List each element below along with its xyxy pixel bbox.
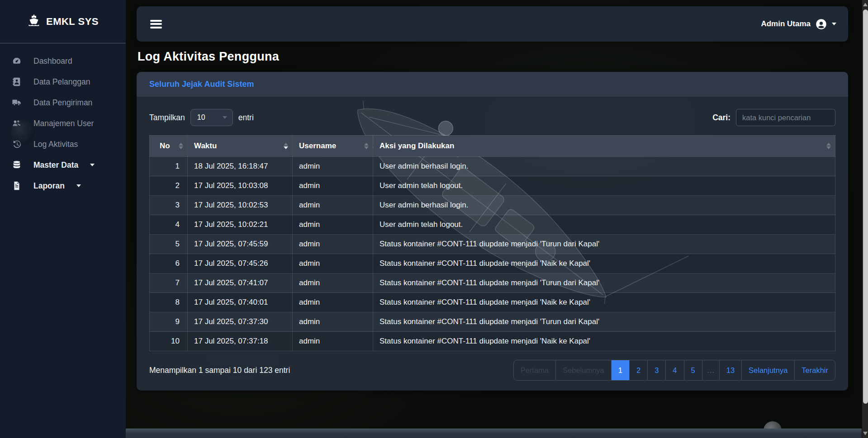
card-header: Seluruh Jejak Audit Sistem xyxy=(137,72,848,97)
search-label: Cari: xyxy=(712,113,730,122)
cell-username: admin xyxy=(293,312,373,332)
ship-icon xyxy=(27,14,41,30)
cell-no: 10 xyxy=(150,332,188,351)
sidebar-toggle-button[interactable] xyxy=(148,15,164,33)
table-row: 118 Jul 2025, 16:18:47adminUser admin be… xyxy=(150,157,835,176)
chevron-down-icon xyxy=(832,23,836,25)
cell-waktu: 17 Jul 2025, 07:45:59 xyxy=(188,235,293,254)
cell-aksi: User admin berhasil login. xyxy=(373,157,835,176)
pagination-13[interactable]: 13 xyxy=(719,360,741,380)
scroll-down-arrow-icon[interactable] xyxy=(863,432,868,435)
sidebar-item-master-data[interactable]: Master Data xyxy=(0,155,126,175)
page-length-select[interactable]: 10 xyxy=(190,109,233,126)
cell-waktu: 17 Jul 2025, 07:45:26 xyxy=(188,254,293,273)
table-row: 317 Jul 2025, 10:02:53adminUser admin be… xyxy=(150,196,835,215)
cell-username: admin xyxy=(293,235,373,254)
cell-aksi: User admin telah logout. xyxy=(373,176,835,196)
table-row: 217 Jul 2025, 10:03:08adminUser admin te… xyxy=(150,176,835,196)
pagination-selanjutnya[interactable]: Selanjutnya xyxy=(741,360,794,380)
sort-icon xyxy=(179,143,183,149)
sort-icon xyxy=(364,143,369,149)
length-label-before: Tampilkan xyxy=(149,113,185,122)
table-footer: Menampilkan 1 sampai 10 dari 123 entri P… xyxy=(149,360,835,381)
cell-no: 1 xyxy=(150,157,188,176)
column-label: Aksi yang Dilakukan xyxy=(379,141,454,150)
main-area: Admin Utama Log Aktivitas Pengguna xyxy=(126,0,868,438)
pagination-ellipsis: … xyxy=(702,360,719,380)
sort-icon xyxy=(284,143,288,149)
scroll-up-arrow-icon[interactable] xyxy=(863,3,868,6)
search-input[interactable] xyxy=(736,109,835,126)
sidebar-item-dashboard[interactable]: Dashboard xyxy=(0,51,126,71)
truck-icon xyxy=(12,98,23,108)
table-row: 917 Jul 2025, 07:37:30adminStatus kontai… xyxy=(150,312,835,332)
pagination-3[interactable]: 3 xyxy=(647,360,665,380)
pagination-sebelumnya: Sebelumnya xyxy=(555,360,611,380)
cell-username: admin xyxy=(293,293,373,312)
cell-aksi: User admin telah logout. xyxy=(373,215,835,235)
sidebar-item-data-pengiriman[interactable]: Data Pengiriman xyxy=(0,93,126,113)
database-icon xyxy=(12,160,23,170)
page-length-control: Tampilkan 10 entri xyxy=(149,109,254,126)
gauge-icon xyxy=(12,56,23,66)
table-header-row: NoWaktuUsernameAksi yang Dilakukan xyxy=(150,136,835,157)
sort-icon xyxy=(826,143,831,149)
column-label: Waktu xyxy=(194,141,217,150)
column-header-aksi-yang-dilakukan[interactable]: Aksi yang Dilakukan xyxy=(373,136,835,157)
cell-waktu: 17 Jul 2025, 10:02:21 xyxy=(188,215,293,235)
table-row: 1017 Jul 2025, 07:37:18adminStatus konta… xyxy=(150,332,835,351)
cell-no: 8 xyxy=(150,293,188,312)
chevron-down-icon xyxy=(76,184,81,187)
sidebar-item-label: Master Data xyxy=(33,160,78,170)
pagination-pertama: Pertama xyxy=(514,360,555,380)
page-length-value: 10 xyxy=(197,113,205,122)
page-footer-bar xyxy=(126,429,868,438)
brand[interactable]: EMKL SYS xyxy=(0,0,126,43)
user-menu[interactable]: Admin Utama xyxy=(761,18,836,30)
cell-aksi: Status kontainer #CONT-111 diupdate menj… xyxy=(373,332,835,351)
cell-no: 9 xyxy=(150,312,188,332)
cell-no: 4 xyxy=(150,215,188,235)
topbar: Admin Utama xyxy=(137,6,848,42)
page-title: Log Aktivitas Pengguna xyxy=(138,50,847,64)
card-body: Tampilkan 10 entri Cari: NoWaktuUsername… xyxy=(137,97,848,391)
column-header-waktu[interactable]: Waktu xyxy=(188,136,293,157)
cell-username: admin xyxy=(293,332,373,351)
cell-waktu: 18 Jul 2025, 16:18:47 xyxy=(188,157,293,176)
cell-aksi: Status kontainer #CONT-111 diupdate menj… xyxy=(373,254,835,273)
table-row: 817 Jul 2025, 07:40:01adminStatus kontai… xyxy=(150,293,835,312)
column-label: No xyxy=(160,141,170,150)
vertical-scrollbar[interactable] xyxy=(862,0,868,438)
activity-log-table: NoWaktuUsernameAksi yang Dilakukan 118 J… xyxy=(149,135,835,351)
chevron-down-icon xyxy=(90,164,95,166)
file-icon xyxy=(12,181,23,191)
audit-trail-link[interactable]: Seluruh Jejak Audit Sistem xyxy=(149,80,254,89)
table-row: 517 Jul 2025, 07:45:59adminStatus kontai… xyxy=(150,235,835,254)
cell-aksi: Status kontainer #CONT-111 diupdate menj… xyxy=(373,235,835,254)
pagination-terakhir[interactable]: Terakhir xyxy=(794,360,835,380)
cell-username: admin xyxy=(293,157,373,176)
cell-no: 6 xyxy=(150,254,188,273)
sidebar-item-data-pelanggan[interactable]: Data Pelanggan xyxy=(0,72,126,92)
scrollbar-thumb[interactable] xyxy=(863,9,868,404)
cell-username: admin xyxy=(293,176,373,196)
column-header-no[interactable]: No xyxy=(150,136,188,157)
brand-name: EMKL SYS xyxy=(46,16,99,28)
log-activity-card: Seluruh Jejak Audit Sistem Tampilkan 10 … xyxy=(137,72,848,391)
user-menu-label: Admin Utama xyxy=(761,19,811,28)
table-row: 417 Jul 2025, 10:02:21adminUser admin te… xyxy=(150,215,835,235)
table-controls: Tampilkan 10 entri Cari: xyxy=(149,109,835,126)
sidebar-item-label: Log Aktivitas xyxy=(33,140,78,149)
pagination-1[interactable]: 1 xyxy=(611,360,629,380)
pagination-4[interactable]: 4 xyxy=(665,360,683,380)
pagination-2[interactable]: 2 xyxy=(629,360,647,380)
pagination-5[interactable]: 5 xyxy=(684,360,702,380)
sidebar-item-laporan[interactable]: Laporan xyxy=(0,176,126,196)
table-row: 617 Jul 2025, 07:45:26adminStatus kontai… xyxy=(150,254,835,273)
column-label: Username xyxy=(299,141,336,150)
cell-waktu: 17 Jul 2025, 07:37:30 xyxy=(188,312,293,332)
cell-aksi: User admin berhasil login. xyxy=(373,196,835,215)
cell-waktu: 17 Jul 2025, 10:03:08 xyxy=(188,176,293,196)
column-header-username[interactable]: Username xyxy=(293,136,373,157)
cell-username: admin xyxy=(293,273,373,293)
